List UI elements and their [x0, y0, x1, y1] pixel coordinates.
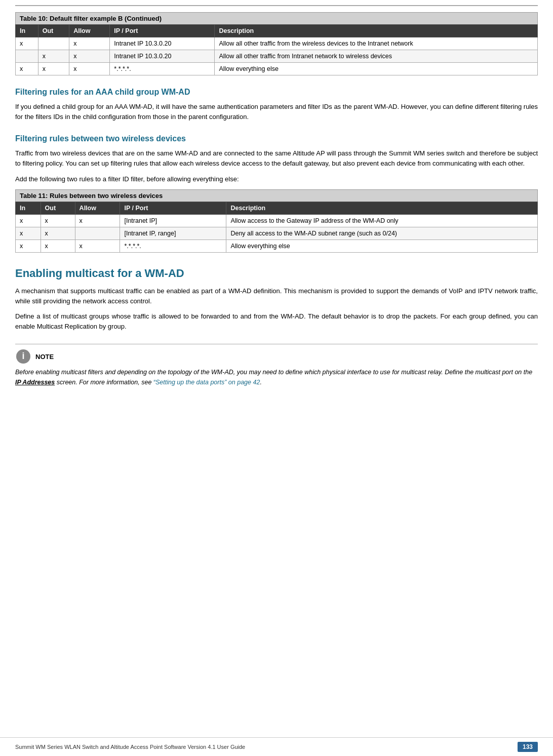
table-cell: Allow all other traffic from Intranet ne…: [215, 50, 538, 63]
note-text-after: .: [260, 379, 261, 386]
section-multicast-body1: A mechanism that supports multicast traf…: [15, 286, 538, 306]
page-number: 133: [518, 742, 538, 752]
table-cell: x: [16, 63, 38, 75]
section-wireless-body2: Add the following two rules to a filter …: [15, 174, 538, 184]
table-cell: x: [41, 227, 75, 240]
footer-left-text: Summit WM Series WLAN Switch and Altitud…: [15, 744, 245, 750]
table11-col-out: Out: [41, 202, 75, 214]
table-cell: Allow everything else: [226, 240, 538, 252]
table-cell: *.*.*.*.: [120, 240, 226, 252]
top-border: [15, 5, 538, 6]
note-text-before: Before enabling multicast filters and de…: [15, 369, 532, 376]
table10: In Out Allow IP / Port Description xxInt…: [15, 24, 538, 75]
table-cell: x: [16, 240, 41, 252]
table-cell: x: [69, 50, 110, 63]
table-row: xx[Intranet IP, range]Deny all access to…: [16, 227, 538, 240]
note-link[interactable]: “Setting up the data ports” on page 42: [153, 379, 260, 386]
note-icon: i: [15, 348, 31, 365]
table11-title: Table 11: Rules between two wireless dev…: [15, 189, 538, 202]
note-bold: IP Addresses: [15, 379, 55, 386]
table11-col-ip: IP / Port: [120, 202, 226, 214]
table-cell: [Intranet IP, range]: [120, 227, 226, 240]
section-aaa-heading: Filtering rules for an AAA child group W…: [15, 88, 538, 97]
table11-col-in: In: [16, 202, 41, 214]
table-cell: Intranet IP 10.3.0.20: [110, 50, 215, 63]
table-cell: [38, 37, 69, 50]
table-cell: x: [16, 214, 41, 227]
table-cell: x: [38, 50, 69, 63]
section-wireless-heading: Filtering rules between two wireless dev…: [15, 134, 538, 143]
table10-title: Table 10: Default filter example B (Cont…: [15, 12, 538, 24]
table-cell: Deny all access to the WM-AD subnet rang…: [226, 227, 538, 240]
table-cell: [Intranet IP]: [120, 214, 226, 227]
table-cell: x: [75, 240, 120, 252]
table-cell: [16, 50, 38, 63]
table-cell: x: [69, 63, 110, 75]
table11-col-desc: Description: [226, 202, 538, 214]
table-cell: Allow everything else: [215, 63, 538, 75]
section-multicast-body2: Define a list of multicast groups whose …: [15, 311, 538, 332]
table-cell: x: [41, 240, 75, 252]
table-row: xxIntranet IP 10.3.0.20Allow all other t…: [16, 37, 538, 50]
note-header: i NOTE: [15, 348, 538, 365]
table-cell: *.*.*.*.: [110, 63, 215, 75]
table11-col-allow: Allow: [75, 202, 120, 214]
table11-container: Table 11: Rules between two wireless dev…: [15, 189, 538, 253]
table-cell: Allow access to the Gateway IP address o…: [226, 214, 538, 227]
table-cell: x: [41, 214, 75, 227]
table10-col-ip: IP / Port: [110, 25, 215, 37]
table10-col-out: Out: [38, 25, 69, 37]
table11-header-row: In Out Allow IP / Port Description: [16, 202, 538, 214]
table-cell: x: [75, 214, 120, 227]
table10-col-desc: Description: [215, 25, 538, 37]
note-section: i NOTE Before enabling multicast filters…: [15, 344, 538, 387]
table-row: xxx[Intranet IP]Allow access to the Gate…: [16, 214, 538, 227]
table11: In Out Allow IP / Port Description xxx[I…: [15, 202, 538, 253]
table-row: xxIntranet IP 10.3.0.20Allow all other t…: [16, 50, 538, 63]
table-cell: x: [69, 37, 110, 50]
table-cell: x: [16, 227, 41, 240]
table-row: xxx*.*.*.*.Allow everything else: [16, 63, 538, 75]
table10-header-row: In Out Allow IP / Port Description: [16, 25, 538, 37]
note-label: NOTE: [35, 353, 54, 361]
table10-col-in: In: [16, 25, 38, 37]
section-aaa-body: If you defined a child group for an AAA …: [15, 102, 538, 122]
table-cell: Intranet IP 10.3.0.20: [110, 37, 215, 50]
svg-text:i: i: [22, 351, 24, 361]
table-cell: [75, 227, 120, 240]
table-cell: x: [16, 37, 38, 50]
section-multicast-heading: Enabling multicast for a WM-AD: [15, 267, 538, 280]
note-text-middle: screen. For more information, see: [55, 379, 153, 386]
table10-container: Table 10: Default filter example B (Cont…: [15, 12, 538, 75]
section-wireless-body1: Traffic from two wireless devices that a…: [15, 148, 538, 169]
page-footer: Summit WM Series WLAN Switch and Altitud…: [0, 737, 553, 756]
table-row: xxx*.*.*.*.Allow everything else: [16, 240, 538, 252]
note-text: Before enabling multicast filters and de…: [15, 368, 538, 387]
table-cell: x: [38, 63, 69, 75]
table10-col-allow: Allow: [69, 25, 110, 37]
table-cell: Allow all other traffic from the wireles…: [215, 37, 538, 50]
